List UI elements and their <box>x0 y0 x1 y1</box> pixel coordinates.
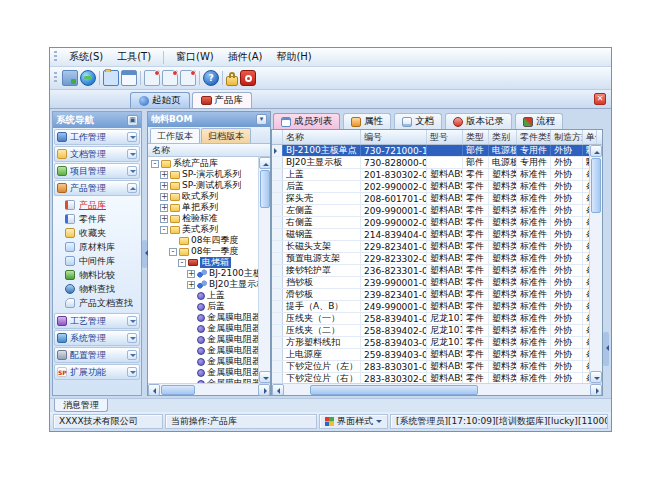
menu-item[interactable]: 帮助(H) <box>269 49 318 64</box>
menu-item[interactable]: 系统(S) <box>62 49 110 64</box>
chevron-down-icon[interactable] <box>127 149 137 159</box>
tree-item[interactable]: - 美式系列 <box>148 224 258 235</box>
chevron-down-icon[interactable] <box>127 316 137 326</box>
sidebar-section-doc-mgmt[interactable]: 文档管理 <box>54 146 140 162</box>
ui-style-selector[interactable]: 界面样式 <box>319 414 388 429</box>
table-row[interactable]: 下钞定位片（右） 283-830302-00X 塑料ABS 零件 塑料类 标准件… <box>272 373 589 383</box>
menu-item[interactable]: 窗口(W) <box>169 49 221 64</box>
scroll-down-icon[interactable] <box>590 371 602 383</box>
tree-item[interactable]: 金属膜电阻器 <box>148 312 258 323</box>
tree-item[interactable]: + SP-测试机系列 <box>148 180 258 191</box>
column-header[interactable]: 名称 <box>283 130 361 144</box>
scrollbar-thumb[interactable] <box>591 158 601 213</box>
sidebar-section-work-mgmt[interactable]: 工作管理 <box>54 129 140 145</box>
tab-workflow[interactable]: 流程 <box>515 113 563 129</box>
tree-expander[interactable]: - <box>151 160 159 168</box>
chevron-down-icon[interactable] <box>127 132 137 142</box>
tree-expander[interactable]: - <box>160 226 168 234</box>
table-row[interactable]: 接钞轮护罩 236-823301-00X 塑料ABS 零件 塑料类 标准件 外协… <box>272 265 589 277</box>
tab-working-version[interactable]: 工作版本 <box>150 128 200 143</box>
sidebar-section-system-mgmt[interactable]: 系统管理 <box>54 330 140 346</box>
chevron-down-icon[interactable] <box>127 166 137 176</box>
sidebar-item-favorites[interactable]: 收藏夹 <box>53 226 141 240</box>
tree-item[interactable]: + 单把系列 <box>148 202 258 213</box>
table-row[interactable]: 长磁头支架 229-823401-00X 塑料ABS 零件 塑料类 标准件 外协… <box>272 241 589 253</box>
chevron-down-icon[interactable] <box>127 350 137 360</box>
tab-start-page[interactable]: 起始页 <box>130 92 190 108</box>
scroll-right-icon[interactable] <box>590 384 602 396</box>
tree-item[interactable]: + 检验标准 <box>148 213 258 224</box>
table-row[interactable]: 探头壳 208-601701-01X 塑料ABS 零件 塑料类 标准件 外协 条 <box>272 193 589 205</box>
column-header[interactable]: 编号 <box>361 130 427 144</box>
tree-item[interactable]: - 系统产品库 <box>148 158 258 169</box>
tree-horizontal-scrollbar[interactable] <box>148 383 270 395</box>
scroll-down-icon[interactable] <box>259 371 270 383</box>
chevron-down-icon[interactable] <box>127 183 137 193</box>
tree-item[interactable]: + 欧式系列 <box>148 191 258 202</box>
column-header[interactable]: 类别 <box>489 130 517 144</box>
tree-expander[interactable]: - <box>169 248 177 256</box>
table-vertical-scrollbar[interactable] <box>589 145 602 383</box>
sidebar-item-product-doc-search[interactable]: 产品文档查找 <box>53 296 141 310</box>
scroll-right-icon[interactable] <box>258 384 270 396</box>
tree-item[interactable]: 08年四季度 <box>148 235 258 246</box>
table-row[interactable]: 挡钞板 239-990001-01X 塑料ABS 零件 塑料类 标准件 外协 条 <box>272 277 589 289</box>
tree-item[interactable]: 金属膜电阻器 <box>148 334 258 345</box>
table-row[interactable]: 后盖 202-990002-01X 塑料ABS 零件 塑料类 标准件 外协 条 <box>272 181 589 193</box>
menu-item[interactable]: 工具(T) <box>110 49 158 64</box>
column-header[interactable]: 零件类型 <box>517 130 551 144</box>
sidebar-collapse-icon[interactable] <box>142 240 147 268</box>
window-badge-icon-1[interactable] <box>144 70 160 86</box>
tree-item[interactable]: 上盖 <box>148 290 258 301</box>
tab-product-library[interactable]: 产品库 <box>192 92 253 108</box>
menu-item[interactable]: 插件(A) <box>221 49 270 64</box>
window-badge-icon-2[interactable] <box>162 70 178 86</box>
tree-expander[interactable]: + <box>160 171 168 179</box>
table-row[interactable]: 磁钢盖 214-839404-01X 塑料ABS 零件 塑料类 标准件 外协 条 <box>272 229 589 241</box>
tree-expander[interactable]: + <box>160 182 168 190</box>
tab-version-history[interactable]: 版本记录 <box>445 113 512 129</box>
tree-item[interactable]: - 08年一季度 <box>148 246 258 257</box>
tree-item[interactable]: 金属膜电阻器 <box>148 367 258 378</box>
scroll-left-icon[interactable] <box>148 384 160 396</box>
table-row[interactable]: 右侧盖 209-990002-01X 塑料ABS 零件 塑料类 标准件 外协 条 <box>272 217 589 229</box>
column-header[interactable]: 类型 <box>463 130 489 144</box>
tree-expander[interactable]: + <box>160 204 168 212</box>
sidebar-section-config-mgmt[interactable]: 配置管理 <box>54 347 140 363</box>
scrollbar-thumb[interactable] <box>161 385 195 395</box>
sidebar-item-raw-material-library[interactable]: 原材料库 <box>53 240 141 254</box>
tab-documents[interactable]: 文档 <box>394 113 442 129</box>
table-row[interactable]: BJ20主显示板 730-828000-04X 部件 电源板 专用件 外协 颗 <box>272 157 589 169</box>
sidebar-section-process-mgmt[interactable]: 工艺管理 <box>54 313 140 329</box>
column-header[interactable]: 制造方式 <box>551 130 583 144</box>
table-row[interactable]: 预置电源支架 229-823302-00X 塑料ABS 零件 塑料类 标准件 外… <box>272 253 589 265</box>
exit-icon[interactable] <box>240 70 256 86</box>
right-panel-expand-icon[interactable] <box>603 332 609 366</box>
tree-item[interactable]: 金属膜电阻器 <box>148 345 258 356</box>
table-row[interactable]: 上电源座 259-839403-00X 塑料ABS 零件 塑料类 标准件 外协 … <box>272 349 589 361</box>
window-badge-icon-3[interactable] <box>180 70 196 86</box>
scrollbar-thumb[interactable] <box>260 170 270 208</box>
toolbar-icon[interactable] <box>198 70 201 86</box>
chevron-down-icon[interactable] <box>127 367 137 377</box>
table-row[interactable]: 提手（A、B） 249-990001-01X 塑料ABS 零件 塑料类 标准件 … <box>272 301 589 313</box>
sidebar-item-parts-library[interactable]: 零件库 <box>53 212 141 226</box>
table-row[interactable]: 左侧盖 209-990001-01X 塑料ABS 零件 塑料类 标准件 外协 条 <box>272 205 589 217</box>
tab-archived-version[interactable]: 归档版本 <box>201 128 251 143</box>
table-row[interactable]: 下钞定位片（左） 283-830301-00X 塑料ABS 零件 塑料类 标准件… <box>272 361 589 373</box>
tree-item[interactable]: + SP-演示机系列 <box>148 169 258 180</box>
right-panel-splitter[interactable] <box>603 111 609 396</box>
tree-item[interactable]: 金属膜电阻器 <box>148 356 258 367</box>
scroll-up-icon[interactable] <box>259 157 270 169</box>
sidebar-section-project-mgmt[interactable]: 项目管理 <box>54 163 140 179</box>
tab-member-list[interactable]: 成员列表 <box>273 113 340 129</box>
remote-desktop-icon[interactable] <box>62 70 78 86</box>
scrollbar-thumb[interactable] <box>310 385 478 395</box>
table-row[interactable]: 压线夹（二） 258-839402-00X 尼龙1010 零件 塑料类 标准件 … <box>272 325 589 337</box>
column-header[interactable]: 单位 <box>583 130 597 144</box>
tree-item[interactable]: 金属膜电阻器 <box>148 323 258 334</box>
tree-vertical-scrollbar[interactable] <box>258 157 270 383</box>
table-row[interactable]: 上盖 201-830302-00X 塑料ABS 零件 塑料类 标准件 外协 条 <box>272 169 589 181</box>
message-management-tab[interactable]: 消息管理 <box>54 399 108 412</box>
tree-expander[interactable]: + <box>187 270 195 278</box>
